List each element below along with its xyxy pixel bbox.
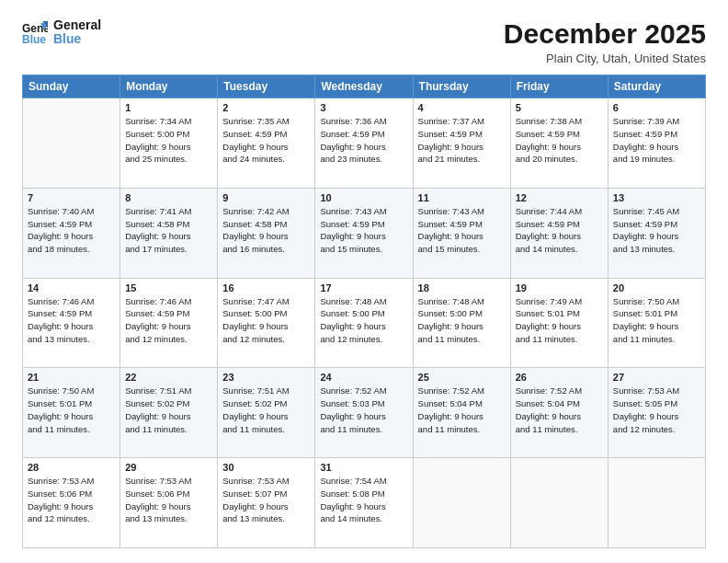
day-info-line: Sunset: 4:59 PM bbox=[222, 129, 287, 139]
day-info-line: and 11 minutes. bbox=[125, 424, 188, 434]
calendar-cell: 17Sunrise: 7:48 AMSunset: 5:00 PMDayligh… bbox=[315, 278, 413, 368]
day-info-line: Sunset: 5:01 PM bbox=[28, 398, 92, 408]
calendar-cell: 8Sunrise: 7:41 AMSunset: 4:58 PMDaylight… bbox=[120, 188, 218, 278]
calendar-cell bbox=[23, 98, 120, 189]
day-info-line: Sunset: 4:59 PM bbox=[418, 219, 483, 229]
day-info-line: Sunrise: 7:51 AM bbox=[125, 385, 191, 396]
day-info-line: and 13 minutes. bbox=[613, 244, 676, 254]
day-info-line: Sunrise: 7:52 AM bbox=[418, 385, 484, 396]
day-info-line: Sunrise: 7:35 AM bbox=[222, 116, 289, 126]
calendar-cell: 9Sunrise: 7:42 AMSunset: 4:58 PMDaylight… bbox=[218, 188, 315, 278]
day-info-line: and 20 minutes. bbox=[516, 154, 578, 164]
day-info-line: Sunrise: 7:53 AM bbox=[125, 476, 191, 486]
calendar-cell: 21Sunrise: 7:50 AMSunset: 5:01 PMDayligh… bbox=[23, 368, 120, 458]
day-info: Sunrise: 7:39 AMSunset: 4:59 PMDaylight:… bbox=[613, 115, 700, 166]
calendar-cell: 12Sunrise: 7:44 AMSunset: 4:59 PMDayligh… bbox=[510, 188, 608, 278]
day-info-line: Daylight: 9 hours bbox=[613, 231, 678, 241]
calendar-week-row: 21Sunrise: 7:50 AMSunset: 5:01 PMDayligh… bbox=[23, 368, 706, 458]
day-info-line: Daylight: 9 hours bbox=[125, 501, 190, 511]
day-info-line: Daylight: 9 hours bbox=[125, 411, 190, 421]
day-number: 21 bbox=[28, 372, 115, 383]
day-info-line: and 11 minutes. bbox=[516, 424, 578, 434]
day-info-line: and 12 minutes. bbox=[28, 513, 90, 523]
day-info-line: and 11 minutes. bbox=[418, 424, 481, 434]
day-number: 31 bbox=[320, 462, 407, 473]
day-number: 15 bbox=[125, 282, 212, 293]
logo-icon: General Blue bbox=[22, 19, 48, 45]
calendar-header-monday: Monday bbox=[120, 75, 218, 98]
day-info-line: and 17 minutes. bbox=[125, 244, 188, 254]
day-number: 23 bbox=[222, 372, 310, 383]
day-info-line: Sunset: 5:00 PM bbox=[320, 308, 384, 318]
day-number: 3 bbox=[320, 102, 407, 113]
day-info-line: Daylight: 9 hours bbox=[28, 501, 93, 511]
day-info-line: Daylight: 9 hours bbox=[320, 411, 385, 421]
day-info: Sunrise: 7:50 AMSunset: 5:01 PMDaylight:… bbox=[613, 295, 700, 346]
day-info-line: Daylight: 9 hours bbox=[613, 321, 678, 331]
day-info-line: and 11 minutes. bbox=[320, 424, 382, 434]
day-info: Sunrise: 7:53 AMSunset: 5:05 PMDaylight:… bbox=[613, 385, 700, 435]
day-info: Sunrise: 7:47 AMSunset: 5:00 PMDaylight:… bbox=[222, 295, 310, 346]
calendar-header-saturday: Saturday bbox=[608, 75, 705, 98]
day-info-line: Sunset: 4:59 PM bbox=[613, 129, 677, 139]
day-info: Sunrise: 7:51 AMSunset: 5:02 PMDaylight:… bbox=[222, 385, 310, 435]
day-info-line: Sunset: 4:59 PM bbox=[28, 219, 92, 229]
day-info-line: and 12 minutes. bbox=[125, 334, 188, 344]
day-info-line: Sunrise: 7:48 AM bbox=[418, 296, 484, 306]
day-info-line: and 13 minutes. bbox=[28, 334, 90, 344]
calendar-header-tuesday: Tuesday bbox=[218, 75, 315, 98]
day-info-line: Sunrise: 7:44 AM bbox=[516, 206, 582, 216]
calendar-header-wednesday: Wednesday bbox=[315, 75, 413, 98]
day-info: Sunrise: 7:34 AMSunset: 5:00 PMDaylight:… bbox=[125, 115, 212, 166]
day-info: Sunrise: 7:38 AMSunset: 4:59 PMDaylight:… bbox=[516, 115, 603, 166]
day-info-line: Sunrise: 7:47 AM bbox=[222, 296, 289, 306]
calendar-cell: 7Sunrise: 7:40 AMSunset: 4:59 PMDaylight… bbox=[23, 188, 120, 278]
calendar-cell: 24Sunrise: 7:52 AMSunset: 5:03 PMDayligh… bbox=[315, 368, 413, 458]
day-info: Sunrise: 7:43 AMSunset: 4:59 PMDaylight:… bbox=[320, 205, 407, 256]
day-number: 12 bbox=[516, 192, 603, 203]
day-number: 8 bbox=[125, 192, 212, 203]
calendar-header-row: SundayMondayTuesdayWednesdayThursdayFrid… bbox=[23, 75, 706, 98]
day-info-line: Daylight: 9 hours bbox=[222, 321, 288, 331]
day-number: 1 bbox=[125, 102, 212, 113]
calendar-cell: 23Sunrise: 7:51 AMSunset: 5:02 PMDayligh… bbox=[218, 368, 315, 458]
day-info: Sunrise: 7:53 AMSunset: 5:07 PMDaylight:… bbox=[222, 475, 310, 525]
header: General Blue General Blue December 2025 … bbox=[22, 18, 706, 65]
day-number: 25 bbox=[418, 372, 506, 383]
month-title: December 2025 bbox=[504, 18, 706, 50]
day-info-line: Daylight: 9 hours bbox=[320, 231, 385, 241]
day-info-line: and 19 minutes. bbox=[613, 154, 676, 164]
calendar-table: SundayMondayTuesdayWednesdayThursdayFrid… bbox=[22, 75, 706, 548]
day-info-line: Daylight: 9 hours bbox=[613, 142, 678, 152]
calendar-cell: 4Sunrise: 7:37 AMSunset: 4:59 PMDaylight… bbox=[413, 98, 510, 189]
calendar-cell: 19Sunrise: 7:49 AMSunset: 5:01 PMDayligh… bbox=[510, 278, 608, 368]
day-number: 5 bbox=[516, 102, 603, 113]
day-number: 6 bbox=[613, 102, 700, 113]
calendar-cell: 2Sunrise: 7:35 AMSunset: 4:59 PMDaylight… bbox=[218, 98, 315, 189]
day-info: Sunrise: 7:48 AMSunset: 5:00 PMDaylight:… bbox=[418, 295, 506, 346]
day-info: Sunrise: 7:35 AMSunset: 4:59 PMDaylight:… bbox=[222, 115, 310, 166]
day-info: Sunrise: 7:53 AMSunset: 5:06 PMDaylight:… bbox=[125, 475, 212, 525]
day-info-line: and 16 minutes. bbox=[222, 244, 285, 254]
day-info-line: Daylight: 9 hours bbox=[418, 231, 483, 241]
day-number: 17 bbox=[320, 282, 407, 293]
day-info-line: Sunset: 5:04 PM bbox=[418, 398, 483, 408]
logo: General Blue General Blue bbox=[22, 18, 101, 47]
day-info-line: Sunset: 4:58 PM bbox=[125, 219, 189, 229]
day-info-line: Sunset: 5:06 PM bbox=[125, 488, 189, 499]
day-info-line: Sunset: 4:59 PM bbox=[516, 219, 580, 229]
calendar-cell: 6Sunrise: 7:39 AMSunset: 4:59 PMDaylight… bbox=[608, 98, 705, 189]
day-info-line: Sunrise: 7:50 AM bbox=[28, 385, 94, 396]
calendar-cell: 1Sunrise: 7:34 AMSunset: 5:00 PMDaylight… bbox=[120, 98, 218, 189]
day-info: Sunrise: 7:49 AMSunset: 5:01 PMDaylight:… bbox=[516, 295, 603, 346]
day-info-line: and 11 minutes. bbox=[516, 334, 578, 344]
day-info-line: Sunrise: 7:34 AM bbox=[125, 116, 191, 126]
day-info-line: Daylight: 9 hours bbox=[222, 231, 288, 241]
location: Plain City, Utah, United States bbox=[504, 52, 706, 65]
day-info-line: Sunrise: 7:51 AM bbox=[222, 385, 289, 396]
day-info-line: Sunset: 4:59 PM bbox=[125, 308, 189, 318]
calendar-cell: 18Sunrise: 7:48 AMSunset: 5:00 PMDayligh… bbox=[413, 278, 510, 368]
page: General Blue General Blue December 2025 … bbox=[0, 0, 728, 563]
day-info-line: and 15 minutes. bbox=[418, 244, 481, 254]
calendar-header-thursday: Thursday bbox=[413, 75, 510, 98]
